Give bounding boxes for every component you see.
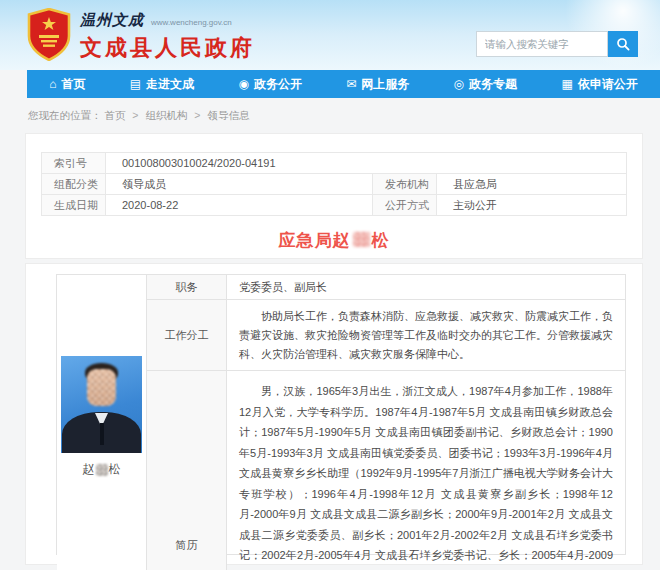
metadata-panel: 索引号 001008003010024/2020-04191 组配分类 领导成员… (25, 133, 643, 259)
duty-label: 工作分工 (147, 300, 227, 371)
method-value: 主动公开 (437, 195, 627, 216)
nav-label: 依申请公开 (578, 76, 638, 93)
document-icon: ▦ (561, 77, 572, 91)
nav-label: 首页 (61, 76, 85, 93)
search-icon (616, 37, 630, 51)
profile-table: 赵 松 职务 党委委员、副局长 工作分工 协助局长工作，负责森林消防、应急救援、… (56, 274, 626, 555)
duty-value: 协助局长工作，负责森林消防、应急救援、减灾救灾、防震减灾工作，负责避灾设施、救灾… (227, 300, 625, 371)
breadcrumb-home[interactable]: 首页 (104, 109, 125, 121)
chat-icon: ✉ (346, 77, 356, 91)
name-suffix: 松 (109, 461, 121, 478)
name-prefix: 赵 (83, 461, 95, 478)
nav-item-gov-disclosure[interactable]: ◉ 政务公开 (232, 70, 307, 98)
home-icon: ⌂ (49, 77, 56, 91)
date-value: 2020-08-22 (106, 195, 373, 216)
photo-caption-name: 赵 松 (57, 461, 146, 478)
resume-label: 简历 (147, 371, 227, 570)
nav-item-home[interactable]: ⌂ 首页 (43, 70, 91, 98)
search-button[interactable] (608, 31, 638, 57)
category-label: 组配分类 (42, 174, 106, 195)
page-title: 应急局赵松 (26, 229, 642, 252)
portrait-photo (61, 356, 142, 453)
agency-label: 发布机构 (373, 174, 437, 195)
photo-tie (100, 423, 104, 445)
index-number-value: 001008003010024/2020-04191 (106, 153, 627, 174)
search-bar (476, 31, 638, 57)
photo-cell: 赵 松 (57, 275, 147, 570)
megaphone-icon: ◉ (238, 77, 248, 91)
index-number-label: 索引号 (42, 153, 106, 174)
target-icon: ◎ (454, 77, 464, 91)
breadcrumb-prefix: 您现在的位置： (28, 109, 102, 121)
redacted-character-block (96, 464, 108, 476)
page-title-suffix: 松 (372, 231, 390, 250)
nav-item-special-topics[interactable]: ◎ 政务专题 (448, 70, 523, 98)
redacted-character-block (353, 232, 370, 247)
nav-label: 政务专题 (469, 76, 517, 93)
search-input[interactable] (476, 31, 608, 57)
nav-item-about[interactable]: ▤ 走进文成 (124, 70, 200, 98)
nav-item-online-services[interactable]: ✉ 网上服务 (340, 70, 415, 98)
breadcrumb-separator: > (132, 109, 138, 121)
category-value: 领导成员 (106, 174, 373, 195)
nav-label: 政务公开 (254, 76, 302, 93)
national-emblem-icon (26, 8, 72, 61)
profile-panel: 赵 松 职务 党委委员、副局长 工作分工 协助局长工作，负责森林消防、应急救援、… (25, 263, 643, 565)
method-label: 公开方式 (373, 195, 437, 216)
position-label: 职务 (147, 275, 227, 300)
position-value: 党委委员、副局长 (227, 275, 625, 300)
book-icon: ▤ (130, 77, 141, 91)
site-logo[interactable]: 温州文成 www.wencheng.gov.cn 文成县人民政府 (26, 8, 255, 63)
site-url: www.wencheng.gov.cn (151, 18, 232, 27)
nav-label: 走进文成 (146, 76, 194, 93)
breadcrumb: 您现在的位置： 首页 > 组织机构 > 领导信息 (0, 98, 660, 123)
nav-label: 网上服务 (361, 76, 409, 93)
breadcrumb-leader-info[interactable]: 领导信息 (207, 109, 249, 121)
resume-value: 男，汉族，1965年3月出生，浙江文成人，1987年4月参加工作，1988年12… (227, 371, 625, 570)
logo-text: 温州文成 www.wencheng.gov.cn 文成县人民政府 (80, 8, 255, 63)
site-name: 文成县人民政府 (80, 33, 255, 63)
date-label: 生成日期 (42, 195, 106, 216)
breadcrumb-separator: > (194, 109, 200, 121)
main-nav: ⌂ 首页 ▤ 走进文成 ◉ 政务公开 ✉ 网上服务 ◎ 政务专题 ▦ 依申请公开 (27, 70, 660, 98)
breadcrumb-organizations[interactable]: 组织机构 (145, 109, 187, 121)
photo-blurred-face (87, 369, 116, 406)
metadata-table: 索引号 001008003010024/2020-04191 组配分类 领导成员… (41, 152, 627, 216)
agency-value: 县应急局 (437, 174, 627, 195)
page-title-prefix: 应急局赵 (279, 231, 351, 250)
site-header: 温州文成 www.wencheng.gov.cn 文成县人民政府 (0, 0, 660, 70)
site-calligraphy: 温州文成 (80, 11, 144, 30)
nav-item-request-disclosure[interactable]: ▦ 依申请公开 (555, 70, 643, 98)
